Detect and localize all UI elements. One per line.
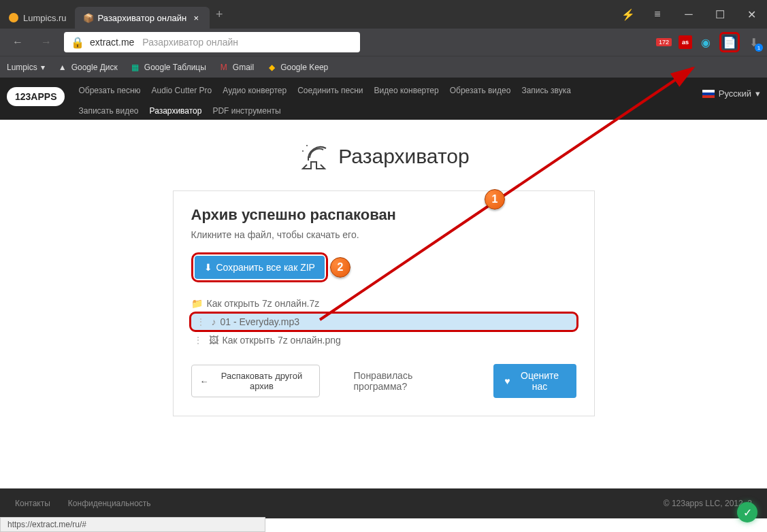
- favicon-lumpics: [8, 12, 19, 23]
- lock-icon: 🔒: [71, 36, 84, 49]
- gmail-icon: M: [218, 62, 229, 73]
- tree-root[interactable]: 📁 Как открыть 7z онлайн.7z: [191, 296, 576, 311]
- site-navigation: 123APPS Обрезать песню Audio Cutter Pro …: [0, 78, 767, 120]
- page-title-text: Разархиватор: [338, 145, 469, 168]
- browser-statusbar: https://extract.me/ru/#: [0, 517, 265, 532]
- new-tab-button[interactable]: +: [210, 5, 229, 24]
- bookmark-gsheets[interactable]: ▦Google Таблицы: [130, 62, 206, 73]
- tab-label: Lumpics.ru: [23, 13, 67, 23]
- page-title: Разархиватор: [297, 140, 469, 173]
- nav-record-video[interactable]: Записать видео: [78, 106, 138, 116]
- svg-point-0: [306, 145, 308, 146]
- bookmark-gdrive[interactable]: ▲Google Диск: [57, 62, 118, 73]
- footer-contacts[interactable]: Контакты: [15, 499, 50, 508]
- nav-video-converter[interactable]: Видео конвертер: [374, 86, 439, 95]
- nav-unarchiver[interactable]: Разархиватор: [150, 106, 202, 116]
- like-question: Понравилась программа?: [354, 370, 460, 392]
- heart-icon: ♥: [504, 376, 510, 386]
- nav-audio-cutter-pro[interactable]: Audio Cutter Pro: [152, 86, 212, 95]
- close-window-button[interactable]: ✕: [736, 3, 767, 25]
- site-logo[interactable]: 123APPS: [7, 87, 65, 106]
- tab-label: Разархиватор онлайн: [98, 13, 187, 23]
- nav-record-audio[interactable]: Запись звука: [521, 86, 571, 95]
- notification-badge: 1: [755, 44, 763, 52]
- extension-lastfm-icon[interactable]: as: [679, 35, 692, 49]
- svg-point-1: [302, 150, 304, 152]
- gkeep-icon: ◆: [266, 62, 277, 73]
- tab-extractme[interactable]: 📦 Разархиватор онлайн ×: [75, 7, 210, 29]
- downloads-icon[interactable]: ⬇1: [747, 35, 760, 49]
- minimize-button[interactable]: ─: [673, 3, 704, 25]
- tree-file-png[interactable]: ⋮ 🖼 Как открыть 7z онлайн.png: [191, 333, 576, 348]
- download-extension-icon[interactable]: 📄: [723, 35, 736, 49]
- annotation-badge-1: 1: [485, 189, 505, 210]
- download-icon: ⬇: [204, 262, 212, 273]
- nav-join-songs[interactable]: Соединить песни: [297, 86, 363, 95]
- gdrive-icon: ▲: [57, 62, 68, 73]
- language-selector[interactable]: Русский ▾: [702, 83, 760, 99]
- nav-cut-song[interactable]: Обрезать песню: [78, 86, 140, 95]
- tab-close-icon[interactable]: ×: [191, 12, 201, 23]
- footer-privacy[interactable]: Конфиденциальность: [68, 499, 151, 508]
- security-shield-icon[interactable]: ✓: [737, 502, 757, 522]
- unpack-another-button[interactable]: ← Распаковать другой архив: [191, 365, 320, 397]
- bookmark-lumpics[interactable]: Lumpics ▾: [7, 63, 45, 72]
- url-input[interactable]: 🔒 extract.me Разархиватор онлайн: [64, 32, 360, 52]
- url-domain: extract.me: [90, 37, 134, 48]
- annotation-badge-2: 2: [330, 257, 350, 278]
- flag-ru-icon: [702, 90, 715, 98]
- maximize-button[interactable]: ☐: [704, 3, 736, 25]
- success-heading: Архив успешно распакован: [191, 206, 576, 224]
- browser-titlebar: Lumpics.ru 📦 Разархиватор онлайн × + ⚡ ≡…: [0, 0, 767, 29]
- site-footer: Контакты Конфиденциальность © 123apps LL…: [0, 488, 767, 518]
- nav-cut-video[interactable]: Обрезать видео: [450, 86, 511, 95]
- extension-badge[interactable]: 172: [656, 38, 672, 46]
- back-button[interactable]: ←: [7, 31, 29, 53]
- tree-file-mp3[interactable]: ⋮ ♪ 01 - Everyday.mp3: [191, 314, 576, 330]
- gsheets-icon: ▦: [130, 62, 141, 73]
- bookmark-gkeep[interactable]: ◆Google Keep: [266, 62, 328, 73]
- tab-lumpics[interactable]: Lumpics.ru: [0, 7, 75, 29]
- download-extension-highlight: 📄: [719, 32, 740, 52]
- hint-text: Кликните на файл, чтобы скачать его.: [191, 229, 576, 240]
- url-title: Разархиватор онлайн: [142, 37, 238, 48]
- rate-us-button[interactable]: ♥ Оцените нас: [493, 364, 576, 398]
- favicon-extractme: 📦: [83, 12, 94, 23]
- extension-generic-icon[interactable]: ◉: [699, 35, 713, 49]
- unarchiver-icon: [297, 140, 330, 173]
- image-file-icon: 🖼: [209, 335, 218, 346]
- menu-icon[interactable]: ≡: [642, 3, 673, 25]
- zip-button-highlight: ⬇ Сохранить все как ZIP 2: [191, 252, 328, 282]
- file-tree: 📁 Как открыть 7z онлайн.7z ⋮ ♪ 01 - Ever…: [191, 296, 576, 348]
- result-card: Архив успешно распакован Кликните на фай…: [173, 190, 595, 416]
- nav-pdf-tools[interactable]: PDF инструменты: [212, 106, 280, 116]
- forward-button[interactable]: →: [35, 31, 57, 53]
- zen-icon[interactable]: ⚡: [621, 3, 635, 25]
- bookmarks-bar: Lumpics ▾ ▲Google Диск ▦Google Таблицы M…: [0, 56, 767, 78]
- save-all-zip-button[interactable]: ⬇ Сохранить все как ZIP: [195, 256, 325, 279]
- address-bar: ← → 🔒 extract.me Разархиватор онлайн 172…: [0, 29, 767, 56]
- audio-file-icon: ♪: [212, 316, 216, 327]
- back-arrow-icon: ←: [200, 376, 209, 386]
- page-content: Разархиватор Архив успешно распакован Кл…: [0, 120, 767, 437]
- folder-icon: 📁: [191, 298, 203, 309]
- nav-audio-converter[interactable]: Аудио конвертер: [223, 86, 287, 95]
- bookmark-gmail[interactable]: MGmail: [218, 62, 254, 73]
